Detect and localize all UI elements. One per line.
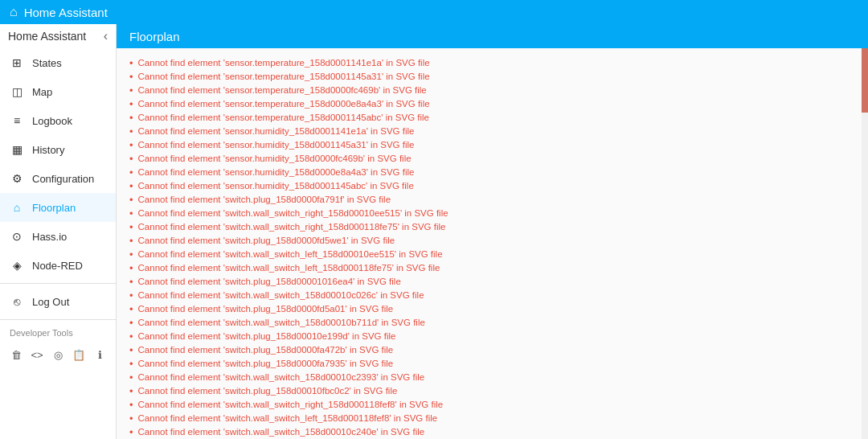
sidebar-item-floorplan[interactable]: ⌂ Floorplan <box>0 193 116 222</box>
sidebar-item-map[interactable]: ◫ Map <box>0 77 116 106</box>
history-icon: ▦ <box>10 142 24 157</box>
developer-tools-title: Developer Tools <box>0 323 116 341</box>
error-item: Cannot find element 'switch.wall_switch_… <box>129 398 855 412</box>
hassio-icon: ⊙ <box>10 229 24 244</box>
sidebar-item-hassio[interactable]: ⊙ Hass.io <box>0 222 116 251</box>
content-header: Floorplan <box>117 24 868 48</box>
error-item: Cannot find element 'switch.wall_switch_… <box>129 412 855 425</box>
top-bar: ⌂ Home Assistant <box>0 0 868 24</box>
error-item: Cannot find element 'sensor.humidity_158… <box>129 179 855 193</box>
error-item: Cannot find element 'switch.plug_158d000… <box>129 193 855 207</box>
sidebar-item-label: Floorplan <box>32 202 76 214</box>
error-item: Cannot find element 'switch.plug_158d000… <box>129 275 855 289</box>
error-item: Cannot find element 'sensor.humidity_158… <box>129 125 855 138</box>
sidebar-item-label: History <box>32 144 64 156</box>
error-item: Cannot find element 'switch.wall_switch_… <box>129 248 855 261</box>
sidebar-header: Home Assistant ‹ <box>0 24 116 48</box>
error-list: Cannot find element 'sensor.temperature_… <box>129 56 855 439</box>
dev-code-icon[interactable]: <> <box>29 346 45 363</box>
error-item: Cannot find element 'sensor.temperature_… <box>129 97 855 111</box>
scrollbar-track[interactable] <box>862 48 868 439</box>
sidebar-divider-2 <box>0 319 116 320</box>
sidebar-item-history[interactable]: ▦ History <box>0 135 116 164</box>
sidebar-item-label: Logbook <box>32 115 72 127</box>
node-red-icon: ◈ <box>10 258 24 273</box>
logout-icon: ⎋ <box>10 294 24 309</box>
scrollbar-thumb[interactable] <box>862 48 868 113</box>
sidebar: Home Assistant ‹ ⊞ States ◫ Map ≡ Logboo… <box>0 24 117 439</box>
floorplan-icon: ⌂ <box>10 200 24 215</box>
dev-trash-icon[interactable]: 🗑 <box>8 346 24 363</box>
sidebar-navigation: ⊞ States ◫ Map ≡ Logbook ▦ History ⚙ Con… <box>0 48 116 439</box>
sidebar-item-node-red[interactable]: ◈ Node-RED <box>0 251 116 280</box>
content-body: Cannot find element 'sensor.temperature_… <box>117 48 868 439</box>
sidebar-item-label: Configuration <box>32 173 94 185</box>
error-item: Cannot find element 'switch.plug_158d000… <box>129 330 855 343</box>
home-assistant-logo: ⌂ <box>10 5 18 19</box>
error-item: Cannot find element 'sensor.temperature_… <box>129 84 855 97</box>
sidebar-item-label: States <box>32 57 62 69</box>
sidebar-item-logbook[interactable]: ≡ Logbook <box>0 106 116 135</box>
sidebar-item-label: Node-RED <box>32 260 83 272</box>
error-item: Cannot find element 'switch.plug_158d000… <box>129 384 855 398</box>
error-item: Cannot find element 'switch.plug_158d000… <box>129 302 855 316</box>
sidebar-item-logout[interactable]: ⎋ Log Out <box>0 287 116 316</box>
dev-info-icon[interactable]: ℹ <box>92 346 108 363</box>
error-item: Cannot find element 'sensor.humidity_158… <box>129 152 855 166</box>
app-title: Home Assistant <box>24 6 108 19</box>
map-icon: ◫ <box>10 84 24 99</box>
error-item: Cannot find element 'switch.plug_158d000… <box>129 234 855 248</box>
sidebar-divider <box>0 283 116 284</box>
error-item: Cannot find element 'switch.plug_158d000… <box>129 343 855 357</box>
error-item: Cannot find element 'switch.plug_158d000… <box>129 357 855 371</box>
page-title: Floorplan <box>129 30 180 43</box>
sidebar-header-title: Home Assistant <box>8 30 86 43</box>
dev-clipboard-icon[interactable]: 📋 <box>71 346 87 363</box>
error-item: Cannot find element 'sensor.humidity_158… <box>129 166 855 179</box>
logbook-icon: ≡ <box>10 113 24 128</box>
error-item: Cannot find element 'switch.wall_switch_… <box>129 371 855 384</box>
states-icon: ⊞ <box>10 55 24 70</box>
sidebar-item-label: Hass.io <box>32 231 67 243</box>
error-item: Cannot find element 'switch.wall_switch_… <box>129 316 855 330</box>
error-item: Cannot find element 'switch.wall_switch_… <box>129 220 855 234</box>
sidebar-item-configuration[interactable]: ⚙ Configuration <box>0 164 116 193</box>
logout-label: Log Out <box>32 296 69 308</box>
error-item: Cannot find element 'sensor.temperature_… <box>129 56 855 70</box>
content-area: Floorplan Cannot find element 'sensor.te… <box>117 24 868 439</box>
main-layout: Home Assistant ‹ ⊞ States ◫ Map ≡ Logboo… <box>0 24 868 439</box>
configuration-icon: ⚙ <box>10 171 24 186</box>
sidebar-item-label: Map <box>32 86 52 98</box>
dev-network-icon[interactable]: ◎ <box>50 346 66 363</box>
error-item: Cannot find element 'switch.wall_switch_… <box>129 261 855 275</box>
error-item: Cannot find element 'switch.wall_switch_… <box>129 289 855 302</box>
error-item: Cannot find element 'sensor.temperature_… <box>129 70 855 84</box>
sidebar-item-states[interactable]: ⊞ States <box>0 48 116 77</box>
developer-tools-bar: 🗑 <> ◎ 📋 ℹ <box>0 341 116 368</box>
error-item: Cannot find element 'switch.wall_switch_… <box>129 207 855 220</box>
error-item: Cannot find element 'sensor.humidity_158… <box>129 138 855 152</box>
error-item: Cannot find element 'switch.wall_switch_… <box>129 425 855 439</box>
sidebar-toggle-button[interactable]: ‹ <box>104 29 108 43</box>
error-item: Cannot find element 'sensor.temperature_… <box>129 111 855 125</box>
